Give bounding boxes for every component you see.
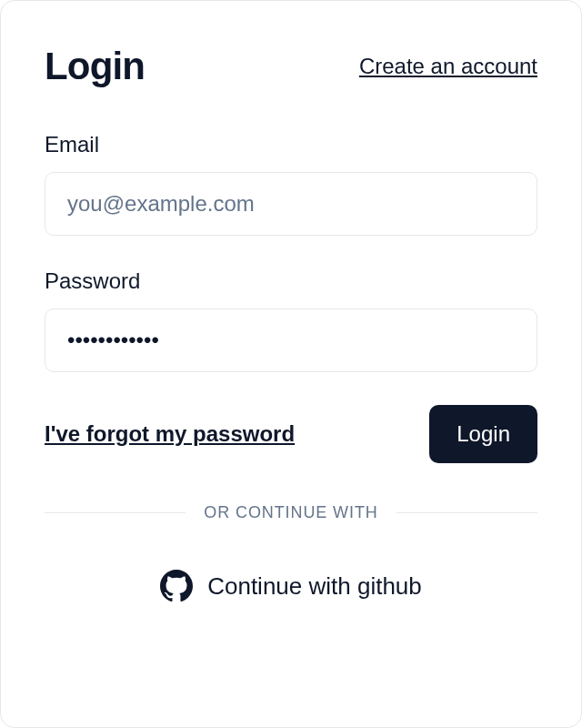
github-icon <box>160 570 193 602</box>
create-account-link[interactable]: Create an account <box>359 54 537 79</box>
github-button-label: Continue with github <box>207 572 422 601</box>
email-label: Email <box>45 132 537 157</box>
github-oauth-button[interactable]: Continue with github <box>45 559 537 613</box>
password-input[interactable] <box>45 308 537 372</box>
login-button[interactable]: Login <box>429 405 537 463</box>
oauth-divider: OR CONTINUE WITH <box>45 503 537 522</box>
forgot-password-link[interactable]: I've forgot my password <box>45 421 295 447</box>
password-field-group: Password <box>45 268 537 372</box>
page-title: Login <box>45 45 145 88</box>
email-field-group: Email <box>45 132 537 236</box>
email-input[interactable] <box>45 172 537 236</box>
card-header: Login Create an account <box>45 45 537 88</box>
login-card: Login Create an account Email Password I… <box>0 0 582 728</box>
divider-text: OR CONTINUE WITH <box>204 503 377 522</box>
password-label: Password <box>45 268 537 294</box>
form-actions: I've forgot my password Login <box>45 405 537 463</box>
divider-line-right <box>396 512 537 513</box>
divider-line-left <box>45 512 186 513</box>
